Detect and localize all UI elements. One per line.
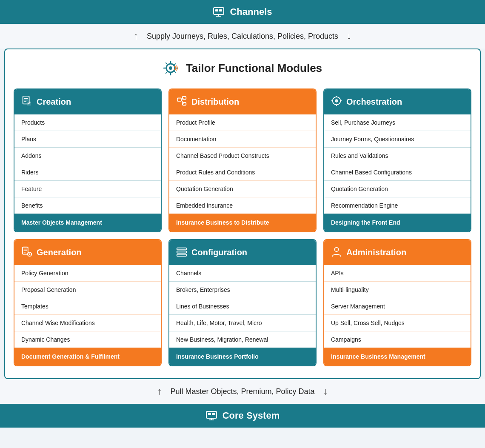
module-header-generation: Generation xyxy=(14,240,161,265)
svg-rect-26 xyxy=(177,248,186,250)
module-title-administration: Administration xyxy=(346,248,406,257)
svg-rect-28 xyxy=(177,254,186,257)
module-card-distribution: DistributionProduct ProfileDocumentation… xyxy=(168,88,317,232)
list-item: Templates xyxy=(14,298,161,315)
module-card-configuration: ConfigurationChannelsBrokers, Enterprise… xyxy=(168,239,317,366)
creation-icon xyxy=(21,95,32,108)
list-item: Embedded Insurance xyxy=(169,197,316,214)
list-item: Products xyxy=(14,114,161,131)
module-header-orchestration: Orchestration xyxy=(324,89,471,114)
supply-arrow-text: Supply Journeys, Rules, Calculations, Po… xyxy=(147,32,338,41)
module-footer-configuration: Insurance Business Portfolio xyxy=(169,348,316,365)
pull-arrow-row: ↑ Pull Master Objects, Premium, Policy D… xyxy=(0,379,485,404)
module-header-configuration: Configuration xyxy=(169,240,316,265)
page-title-row: Tailor Functional Modules xyxy=(14,60,471,77)
page-title: Tailor Functional Modules xyxy=(186,62,322,75)
svg-rect-12 xyxy=(177,98,181,101)
module-title-generation: Generation xyxy=(37,248,82,257)
down-arrow-icon: ↓ xyxy=(347,31,351,42)
top-bar-label: Channels xyxy=(230,6,272,17)
module-card-orchestration: OrchestrationSell, Purchase JourneysJour… xyxy=(323,88,471,232)
generation-icon xyxy=(21,246,32,259)
list-item: Sell, Purchase Journeys xyxy=(324,114,471,131)
channels-icon xyxy=(213,6,225,18)
module-title-orchestration: Orchestration xyxy=(346,97,402,107)
svg-rect-31 xyxy=(208,413,211,415)
up-arrow-icon-2: ↑ xyxy=(157,386,162,397)
tailor-icon xyxy=(163,60,180,77)
modules-grid: CreationProductsPlansAddonsRidersFeature… xyxy=(14,88,471,366)
supply-arrow-row: ↑ Supply Journeys, Rules, Calculations, … xyxy=(0,24,485,49)
svg-rect-2 xyxy=(219,9,222,11)
top-bar: Channels xyxy=(0,0,485,24)
list-item: Quotation Generation xyxy=(169,181,316,197)
module-card-creation: CreationProductsPlansAddonsRidersFeature… xyxy=(14,88,162,232)
bottom-bar-label: Core System xyxy=(223,410,280,421)
module-body-generation: Policy GenerationProposal GenerationTemp… xyxy=(14,265,161,348)
list-item: Channel Wise Modifications xyxy=(14,315,161,331)
list-item: APIs xyxy=(324,265,471,282)
module-body-orchestration: Sell, Purchase JourneysJourney Forms, Qu… xyxy=(324,114,471,214)
module-body-creation: ProductsPlansAddonsRidersFeatureBenefits xyxy=(14,114,161,214)
list-item: Up Sell, Cross Sell, Nudges xyxy=(324,315,471,331)
module-footer-generation: Document Generation & Fulfilment xyxy=(14,348,161,365)
core-system-icon xyxy=(205,410,217,422)
list-item: Multi-linguality xyxy=(324,282,471,298)
configuration-icon xyxy=(176,246,187,259)
list-item: Channel Based Configurations xyxy=(324,164,471,181)
module-header-distribution: Distribution xyxy=(169,89,316,114)
svg-point-6 xyxy=(169,66,172,70)
list-item: Journey Forms, Questionnaires xyxy=(324,131,471,148)
module-body-administration: APIsMulti-lingualityServer ManagementUp … xyxy=(324,265,471,348)
list-item: Documentation xyxy=(169,131,316,148)
module-header-creation: Creation xyxy=(14,89,161,114)
svg-point-18 xyxy=(335,99,338,102)
administration-icon xyxy=(331,246,342,259)
list-item: Policy Generation xyxy=(14,265,161,282)
list-item: Rules and Validations xyxy=(324,148,471,164)
module-title-configuration: Configuration xyxy=(191,248,247,257)
list-item: Addons xyxy=(14,148,161,164)
list-item: New Business, Migration, Renewal xyxy=(169,331,316,348)
pull-arrow-text: Pull Master Objects, Premium, Policy Dat… xyxy=(170,387,314,396)
module-header-administration: Administration xyxy=(324,240,471,265)
orchestration-icon xyxy=(331,95,342,108)
list-item: Brokers, Enterprises xyxy=(169,282,316,298)
up-arrow-icon: ↑ xyxy=(134,31,138,42)
svg-rect-30 xyxy=(206,411,217,418)
module-title-distribution: Distribution xyxy=(191,97,239,107)
module-body-configuration: ChannelsBrokers, EnterprisesLines of Bus… xyxy=(169,265,316,348)
svg-rect-1 xyxy=(215,9,218,11)
module-footer-creation: Master Objects Management xyxy=(14,214,161,231)
main-container: Tailor Functional Modules CreationProduc… xyxy=(4,49,481,379)
list-item: Product Rules and Conditions xyxy=(169,164,316,181)
module-footer-orchestration: Designing the Front End xyxy=(324,214,471,231)
module-card-generation: GenerationPolicy GenerationProposal Gene… xyxy=(14,239,162,366)
module-footer-distribution: Insurance Business to Distribute xyxy=(169,214,316,231)
list-item: Campaigns xyxy=(324,331,471,348)
list-item: Health, Life, Motor, Travel, Micro xyxy=(169,315,316,331)
list-item: Riders xyxy=(14,164,161,181)
distribution-icon xyxy=(176,95,187,108)
module-title-creation: Creation xyxy=(37,97,71,107)
list-item: Proposal Generation xyxy=(14,282,161,298)
list-item: Recommendation Engine xyxy=(324,197,471,214)
down-arrow-icon-2: ↓ xyxy=(323,386,328,397)
svg-rect-0 xyxy=(214,8,224,14)
list-item: Lines of Businesses xyxy=(169,298,316,315)
list-item: Plans xyxy=(14,131,161,148)
module-card-administration: AdministrationAPIsMulti-lingualityServer… xyxy=(323,239,471,366)
list-item: Server Management xyxy=(324,298,471,315)
module-footer-administration: Insurance Business Management xyxy=(324,348,471,365)
list-item: Benefits xyxy=(14,197,161,214)
svg-point-29 xyxy=(334,248,338,251)
module-body-distribution: Product ProfileDocumentationChannel Base… xyxy=(169,114,316,214)
bottom-bar: Core System xyxy=(0,404,485,428)
list-item: Channel Based Product Constructs xyxy=(169,148,316,164)
list-item: Dynamic Changes xyxy=(14,331,161,348)
list-item: Channels xyxy=(169,265,316,282)
list-item: Product Profile xyxy=(169,114,316,131)
svg-rect-27 xyxy=(177,251,186,253)
svg-rect-32 xyxy=(212,413,215,415)
list-item: Feature xyxy=(14,181,161,197)
